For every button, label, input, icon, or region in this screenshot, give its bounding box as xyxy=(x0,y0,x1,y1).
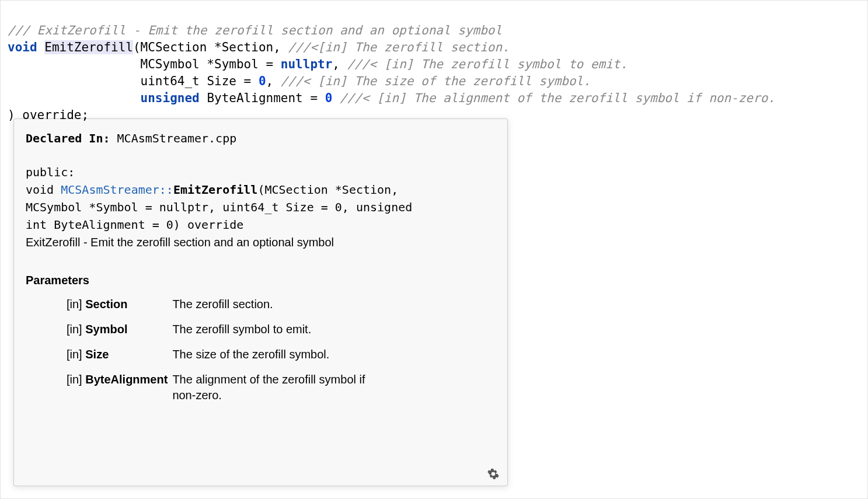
param1-comment: ///<[in] The zerofill section. xyxy=(288,40,510,54)
parameters-heading: Parameters xyxy=(26,274,496,287)
param1-type: MCSection * xyxy=(141,40,222,54)
punct: , xyxy=(266,74,281,88)
quick-doc-popup: Declared In: MCAsmStreamer.cpp public: v… xyxy=(13,118,508,486)
punct xyxy=(332,91,340,105)
sig-post: (MCSection *Section, xyxy=(257,183,398,197)
param-dir: [in] xyxy=(67,373,82,386)
param-dir: [in] xyxy=(67,298,82,310)
param3-comment: ///< [in] The size of the zerofill symbo… xyxy=(281,74,591,88)
param-name: Section xyxy=(85,298,127,310)
sig-line3: int ByteAlignment = 0) override xyxy=(26,218,243,232)
param2-type: MCSymbol * xyxy=(141,57,214,71)
punct: ( xyxy=(133,40,141,54)
table-row: [in] Size The size of the zerofill symbo… xyxy=(67,342,394,367)
param2-name: Symbol xyxy=(214,57,259,71)
table-row: [in] Symbol The zerofill symbol to emit. xyxy=(67,317,394,342)
sig-fn-name: EmitZerofill xyxy=(173,183,258,197)
param3-name: Size xyxy=(207,74,236,88)
signature-block: public: void MCSAsmStreamer::EmitZerofil… xyxy=(26,163,496,233)
param-name: Symbol xyxy=(85,323,127,336)
code-doc-comment: /// ExitZerofill - Emit the zerofill sec… xyxy=(8,23,502,37)
keyword-nullptr: nullptr xyxy=(281,57,333,71)
param-dir: [in] xyxy=(67,348,82,361)
punct: = xyxy=(236,74,259,88)
keyword-unsigned: unsigned xyxy=(141,91,200,105)
param4-comment: ///< [in] The alignment of the zerofill … xyxy=(340,91,775,105)
sig-void: void xyxy=(26,183,61,197)
param-desc: The alignment of the zerofill symbol if … xyxy=(172,367,394,408)
param3-default: 0 xyxy=(259,74,266,88)
punct: = xyxy=(303,91,325,105)
param-dir: [in] xyxy=(67,323,82,336)
sig-qualifier: MCSAsmStreamer:: xyxy=(61,183,173,197)
param-desc: The zerofill section. xyxy=(172,292,394,317)
param4-name: ByteAlignment xyxy=(200,91,303,105)
punct: , xyxy=(332,57,347,71)
sig-public: public: xyxy=(26,165,75,179)
param3-type: uint64_t xyxy=(141,74,207,88)
param-desc: The zerofill symbol to emit. xyxy=(172,317,394,342)
sig-line2: MCSymbol *Symbol = nullptr, uint64_t Siz… xyxy=(26,200,412,214)
table-row: [in] Section The zerofill section. xyxy=(67,292,394,317)
param-name: Size xyxy=(85,348,109,361)
param-name: ByteAlignment xyxy=(85,373,168,386)
param2-comment: ///< [in] The zerofill symbol to emit. xyxy=(347,57,628,71)
parameters-table: [in] Section The zerofill section. [in] … xyxy=(67,292,394,408)
code-close: ) override; xyxy=(8,108,89,122)
doc-description: ExitZerofill - Emit the zerofill section… xyxy=(26,235,496,250)
keyword-void: void xyxy=(8,40,37,54)
punct: , xyxy=(273,40,288,54)
punct: = xyxy=(259,57,281,71)
table-row: [in] ByteAlignment The alignment of the … xyxy=(67,367,394,408)
param-desc: The size of the zerofill symbol. xyxy=(172,342,394,367)
editor-frame: /// ExitZerofill - Emit the zerofill sec… xyxy=(0,0,868,499)
param4-default: 0 xyxy=(325,91,333,105)
param1-name: Section xyxy=(222,40,274,54)
gear-icon[interactable] xyxy=(487,468,499,480)
function-name[interactable]: EmitZerofill xyxy=(44,40,133,54)
code-block[interactable]: /// ExitZerofill - Emit the zerofill sec… xyxy=(8,5,860,141)
